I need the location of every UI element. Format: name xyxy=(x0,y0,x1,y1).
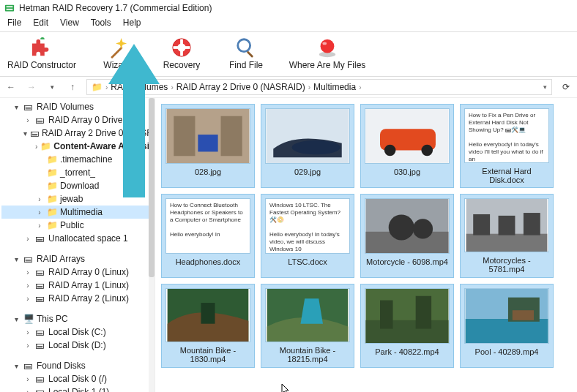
recovery-button[interactable]: Recovery xyxy=(158,37,205,70)
svg-rect-18 xyxy=(198,135,217,151)
wizard-button[interactable]: Wizard xyxy=(94,37,141,70)
collapse-icon[interactable]: ▾ xyxy=(12,362,21,370)
tree-multimedia[interactable]: ›📁Multimedia xyxy=(1,206,153,219)
menu-view[interactable]: View xyxy=(56,16,83,29)
file-item[interactable]: 028.jpg xyxy=(161,104,255,188)
file-name: External Hard Disk.docx xyxy=(464,167,549,184)
find-file-button[interactable]: Find File xyxy=(223,37,269,70)
collapse-icon[interactable]: ▾ xyxy=(23,129,27,137)
tree-local-d[interactable]: ›🖴Local Disk (D:) xyxy=(1,339,153,352)
image-thumbnail xyxy=(365,108,450,164)
tree-scrollbar[interactable] xyxy=(149,98,155,392)
svg-point-27 xyxy=(389,214,414,240)
collapse-icon[interactable]: ▾ xyxy=(12,103,21,111)
file-name: 030.jpg xyxy=(394,167,420,176)
where-are-my-files-button[interactable]: Where Are My Files xyxy=(287,37,368,70)
nav-bar: ← → ▾ ↑ 📁 › RAID Volumes › RAID Array 2 … xyxy=(0,77,577,98)
tree-this-pc[interactable]: ▾🖥️This PC xyxy=(1,312,153,325)
file-name: Headphones.docx xyxy=(176,257,241,266)
tree-raid-volumes[interactable]: ▾🖴RAID Volumes xyxy=(1,100,153,113)
expand-icon[interactable]: › xyxy=(23,282,32,290)
svg-rect-17 xyxy=(221,116,242,157)
file-name: Motorcycles - 5781.mp4 xyxy=(464,256,549,274)
tree-raid-arrays[interactable]: ▾🖴RAID Arrays xyxy=(1,252,153,265)
collapse-icon[interactable]: ▾ xyxy=(12,255,21,263)
file-item[interactable]: Pool - 40289.mp4 xyxy=(460,284,554,368)
tree-raid2-linux[interactable]: ›🖴RAID Array 2 (Linux) xyxy=(1,292,153,305)
svg-rect-41 xyxy=(380,301,393,329)
tree-content-aware[interactable]: ›📁Content-Aware Analysis xyxy=(1,140,153,153)
tree-download[interactable]: 📁Download xyxy=(1,179,153,192)
svg-rect-16 xyxy=(174,116,195,157)
expand-icon[interactable]: › xyxy=(23,116,32,124)
tree-found0[interactable]: ›🖴Local Disk 0 (/) xyxy=(1,372,153,385)
expand-icon[interactable]: › xyxy=(23,295,32,303)
crumb-multimedia[interactable]: Multimedia xyxy=(313,82,356,92)
history-dropdown[interactable]: ▾ xyxy=(45,80,59,94)
file-item[interactable]: How to Fix a Pen Drive or External Hard … xyxy=(460,104,554,188)
file-item[interactable]: Mountain Bike - 1830.mp4 xyxy=(161,284,255,368)
window-title: Hetman RAID Recovery 1.7 (Commercial Edi… xyxy=(19,3,212,13)
title-bar: Hetman RAID Recovery 1.7 (Commercial Edi… xyxy=(0,0,577,16)
tree-array0-drive0[interactable]: ›🖴RAID Array 0 Drive 0 xyxy=(1,113,153,127)
tree-raid1-linux[interactable]: ›🖴RAID Array 1 (Linux) xyxy=(1,279,153,292)
file-item[interactable]: Mountain Bike - 18215.mp4 xyxy=(261,284,354,368)
expand-icon[interactable]: › xyxy=(23,235,32,243)
file-item[interactable]: How to Connect Bluetooth Headphones or S… xyxy=(161,194,255,278)
image-thumbnail xyxy=(165,108,250,164)
chevron-right-icon: › xyxy=(105,83,108,91)
tree-timemachine[interactable]: 📁.timemachine xyxy=(1,153,153,166)
file-name: Motorcycle - 6098.mp4 xyxy=(366,257,448,266)
file-name: Park - 40822.mp4 xyxy=(375,347,439,356)
expand-icon[interactable]: › xyxy=(23,328,32,336)
find-file-label: Find File xyxy=(229,60,263,70)
tree-local-c[interactable]: ›🖴Local Disk (C:) xyxy=(1,325,153,339)
tree-array2-drive0[interactable]: ▾🖴RAID Array 2 Drive 0 (NASRAID) xyxy=(1,127,153,140)
forward-button[interactable]: → xyxy=(25,80,38,94)
menu-bar: File Edit View Tools Help xyxy=(0,16,577,32)
file-item[interactable]: Park - 40822.mp4 xyxy=(360,284,454,368)
svg-rect-32 xyxy=(499,216,515,235)
crumb-raid-volumes[interactable]: RAID Volumes xyxy=(111,82,168,92)
file-item[interactable]: Windows 10 LTSC. The Fastest Operating S… xyxy=(261,194,354,278)
expand-icon[interactable]: › xyxy=(23,342,32,350)
expand-icon[interactable]: › xyxy=(23,268,32,276)
expand-icon[interactable]: › xyxy=(35,222,44,230)
file-item[interactable]: Motorcycle - 6098.mp4 xyxy=(360,194,454,278)
expand-icon[interactable]: › xyxy=(35,208,44,216)
tree-torrent[interactable]: 📁_torrent_ xyxy=(1,166,153,179)
crumb-array2[interactable]: RAID Array 2 Drive 0 (NASRAID) xyxy=(176,82,305,92)
back-button[interactable]: ← xyxy=(4,80,18,94)
file-item[interactable]: Motorcycles - 5781.mp4 xyxy=(460,194,554,278)
svg-rect-30 xyxy=(466,234,548,252)
raid-constructor-label: RAID Constructor xyxy=(7,60,76,70)
buzzer-icon xyxy=(316,37,338,59)
expand-icon[interactable]: › xyxy=(23,388,32,393)
breadcrumb[interactable]: 📁 › RAID Volumes › RAID Array 2 Drive 0 … xyxy=(86,79,552,95)
tree-unallocated[interactable]: ›🖴Unallocated space 1 xyxy=(1,232,153,245)
menu-file[interactable]: File xyxy=(3,16,26,29)
tree-public[interactable]: ›📁Public xyxy=(1,219,153,232)
chevron-down-icon[interactable]: ▾ xyxy=(543,83,547,91)
collapse-icon[interactable]: ▾ xyxy=(12,315,21,323)
svg-rect-1 xyxy=(7,6,13,7)
svg-rect-0 xyxy=(5,5,14,12)
expand-icon[interactable]: › xyxy=(35,195,44,203)
expand-icon[interactable]: › xyxy=(23,375,32,383)
tree-jewab[interactable]: ›📁jewab xyxy=(1,192,153,206)
file-item[interactable]: 029.jpg xyxy=(261,104,354,188)
file-grid: 028.jpg 029.jpg 030.jpg How to Fix a Pen… xyxy=(155,98,577,392)
tree-found1[interactable]: ›🖴Local Disk 1 (1) xyxy=(1,385,153,392)
file-item[interactable]: 030.jpg xyxy=(360,104,454,188)
video-thumbnail xyxy=(365,288,450,344)
tree-found-disks[interactable]: ▾🖴Found Disks xyxy=(1,359,153,372)
raid-constructor-button[interactable]: RAID Constructor xyxy=(7,37,76,70)
menu-help[interactable]: Help xyxy=(119,16,146,29)
expand-icon[interactable]: › xyxy=(35,143,37,151)
chevron-right-icon: › xyxy=(359,83,361,91)
refresh-button[interactable]: ⟳ xyxy=(559,82,573,92)
tree-raid0-linux[interactable]: ›🖴RAID Array 0 (Linux) xyxy=(1,265,153,279)
menu-edit[interactable]: Edit xyxy=(29,16,53,29)
menu-tools[interactable]: Tools xyxy=(86,16,116,29)
up-button[interactable]: ↑ xyxy=(66,80,79,94)
